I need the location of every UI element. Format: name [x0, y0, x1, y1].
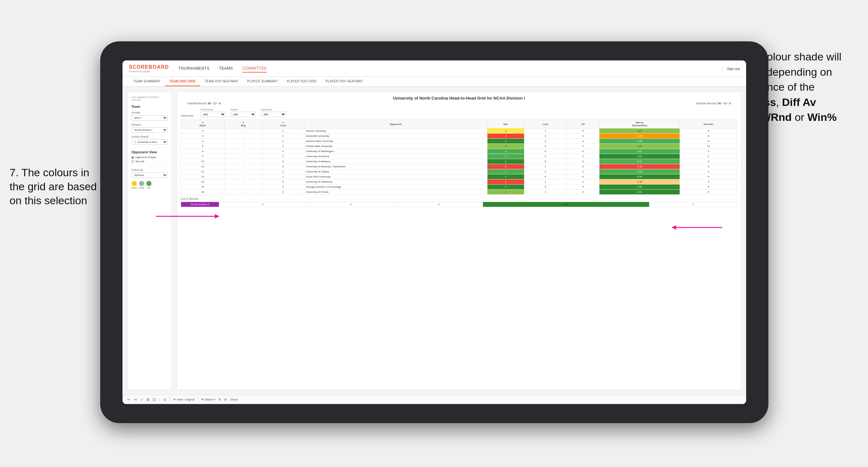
sub-nav-team-h2h-heatmap[interactable]: TEAM H2H HEATMAP [200, 77, 243, 86]
filter-row: Opponents: Conference (All) Region (All) [181, 108, 737, 117]
opponent-filter: Opponent (All) [260, 108, 286, 117]
cell-diff: 9.00 [599, 154, 680, 159]
cell-win: 0 [488, 164, 524, 169]
table-row: 13 - 1 Texas Tech University 3 0 0 5.56 … [181, 174, 737, 179]
nav-tournaments[interactable]: TOURNAMENTS [179, 65, 210, 72]
table-row: 12 - 3 University of Virginia 1 0 0 2.33… [181, 169, 737, 174]
left-arrow [156, 212, 220, 221]
gender-label: Gender [131, 111, 168, 114]
share-grid-button[interactable]: ⊞ [224, 398, 227, 401]
cell-opponent: University of Washington [304, 149, 487, 154]
cell-win: 3 [488, 174, 524, 179]
timestamp: Last Updated: 27/03/2024 16:55:38 [131, 96, 168, 101]
cell-loss: 1 [524, 164, 567, 169]
table-row: 3 - 2 Vanderbilt University 0 4 0 -2.29 … [181, 134, 737, 139]
watch-button[interactable]: 👁 Watch ▾ [201, 398, 215, 401]
cell-rounds: 9 [680, 190, 737, 195]
separator-icon: · [159, 397, 160, 402]
screen-button[interactable]: 🖥 [218, 398, 221, 401]
cell-loss: 1 [524, 139, 567, 144]
cell-rounds: 3 [680, 169, 737, 174]
cell-rank: 6 [181, 144, 225, 149]
cell-diff: 5.56 [599, 174, 680, 179]
expand-icon[interactable]: ⤢ [140, 397, 143, 402]
colour-by-select[interactable]: Win/loss [131, 173, 168, 178]
school-select[interactable]: 1. University of Nort... [131, 139, 168, 145]
redo-icon[interactable]: ↪ [134, 397, 137, 402]
sign-out-button[interactable]: Sign out [722, 67, 740, 71]
conference-select[interactable]: (All) [200, 112, 225, 117]
cell-win: 0 [488, 179, 524, 185]
table-row: 16 - 2 University of Florida 3 1 0 6.62 … [181, 190, 737, 195]
cell-opponent: University of Florida [304, 190, 487, 195]
conference-filter: Conference (All) [200, 108, 225, 117]
clock-icon[interactable]: ⊙ [163, 397, 166, 402]
cell-reg: - [224, 185, 262, 190]
share-button[interactable]: Share [230, 398, 238, 401]
sub-nav-player-summary[interactable]: PLAYER SUMMARY [243, 77, 283, 86]
nav-teams[interactable]: TEAMS [219, 65, 233, 72]
cell-reg: - [224, 139, 262, 144]
col-opponent: Opponent [304, 120, 487, 128]
cell-conf: 1 [262, 174, 304, 179]
table-row: 15 - 4 Georgia Institute of Technology 5… [181, 185, 737, 190]
tablet-screen: SCOREBOARD Powered by clippd TOURNAMENTS… [123, 60, 746, 404]
cell-opponent: Arizona State University [304, 139, 487, 144]
cell-tie: 0 [567, 164, 599, 169]
cell-diff: 6.62 [599, 190, 680, 195]
cell-tie: 0 [567, 139, 599, 144]
out-of-division-row: NCAA Division II 1 0 0 26.00 3 [181, 202, 737, 207]
ood-win: 1 [219, 202, 307, 207]
opponent-select[interactable]: (All) [260, 112, 286, 117]
opponents-label: Opponents: [181, 114, 194, 117]
cell-loss: 0 [524, 149, 567, 154]
sub-nav-team-summary[interactable]: TEAM SUMMARY [129, 77, 165, 86]
radio-group: Opponents Played Top 100 [131, 156, 168, 163]
region-select[interactable]: (All) [230, 112, 256, 117]
cell-diff: -1.00 [599, 179, 680, 185]
cell-reg: - [224, 190, 262, 195]
cell-tie: 0 [567, 134, 599, 139]
nav-committee[interactable]: COMMITTEE [243, 65, 267, 72]
view-original-button[interactable]: 👁 View: Original [173, 398, 194, 401]
cell-win: 1 [488, 154, 524, 159]
ood-rounds: 3 [649, 202, 737, 207]
radio-top-100[interactable]: Top 100 [131, 160, 168, 163]
dot-icon[interactable]: ⊡ [153, 397, 156, 402]
data-table: #Rank #Reg #Conf Opponent Win Loss Tie D… [181, 120, 737, 195]
undo-icon[interactable]: ↩ [127, 397, 130, 402]
cell-conf: 2 [262, 190, 304, 195]
cell-reg: - [224, 144, 262, 149]
table-row: 14 - 0 University of Oklahoma 0 1 0 -1.0… [181, 179, 737, 185]
cell-win: 5 [488, 185, 524, 190]
cell-conf: 6 [262, 164, 304, 169]
cell-rounds: 2 [680, 154, 737, 159]
svg-marker-1 [215, 214, 220, 219]
grid-icon[interactable]: ⊞ [146, 397, 150, 402]
cell-tie: 0 [567, 128, 599, 134]
radio-opponents-played[interactable]: Opponents Played [131, 156, 168, 159]
content-area: Last Updated: 27/03/2024 16:55:38 Team G… [123, 87, 746, 395]
cell-opponent: Texas Tech University [304, 174, 487, 179]
cell-rank: 13 [181, 174, 225, 179]
sub-nav-team-h2h-grid[interactable]: TEAM H2H GRID [165, 77, 200, 86]
sub-nav-player-h2h-grid[interactable]: PLAYER H2H GRID [282, 77, 321, 86]
out-of-division-table: NCAA Division II 1 0 0 26.00 3 [181, 202, 737, 207]
cell-tie: 0 [567, 144, 599, 149]
ood-tie: 0 [395, 202, 483, 207]
cell-opponent: Vanderbilt University [304, 134, 487, 139]
cell-opponent: Georgia Institute of Technology [304, 185, 487, 190]
col-rounds: Rounds [680, 120, 737, 128]
annotation-left: 7. The colours in the grid are based on … [9, 165, 102, 208]
cell-tie: 0 [567, 190, 599, 195]
cell-diff: 2.61 [599, 159, 680, 164]
cell-opponent: University of Oklahoma [304, 179, 487, 185]
tablet: SCOREBOARD Powered by clippd TOURNAMENTS… [100, 41, 768, 423]
division-select[interactable]: NCAA Division I [131, 127, 168, 133]
cell-loss: 4 [524, 134, 567, 139]
cell-tie: 0 [567, 169, 599, 174]
sub-nav-player-h2h-heatmap[interactable]: PLAYER H2H HEATMAP [321, 77, 367, 86]
cell-loss: 0 [524, 154, 567, 159]
gender-select[interactable]: Men's [131, 115, 168, 121]
cell-tie: 0 [567, 174, 599, 179]
